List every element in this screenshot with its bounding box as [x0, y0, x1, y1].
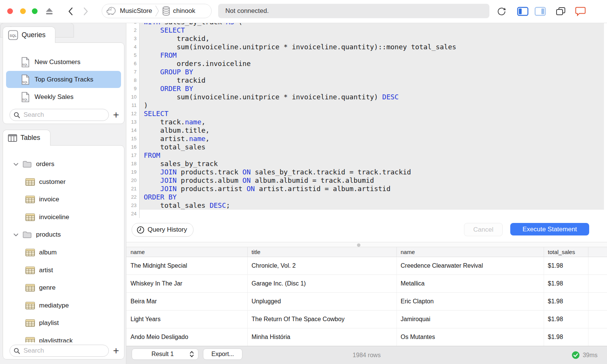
query-history-button[interactable]: Query History [132, 223, 193, 237]
disconnect-eject-button[interactable] [44, 0, 55, 23]
column-header-name[interactable]: name [126, 247, 247, 257]
tree-item-genre[interactable]: genre [3, 279, 124, 297]
tree-item-artist[interactable]: artist [3, 262, 124, 279]
table-cell[interactable]: Os Mutantes [396, 328, 544, 346]
tree-item-album[interactable]: album [3, 244, 124, 261]
table-cell[interactable]: The Return Of The Space Cowboy [247, 311, 396, 328]
close-window-button[interactable] [7, 8, 13, 14]
table-cell[interactable]: Unplugged [247, 293, 396, 310]
table-cell[interactable]: $1.98 [544, 275, 588, 292]
window-tabs-button[interactable] [553, 0, 568, 23]
table-row[interactable]: The Midnight SpecialChronicle, Vol. 2Cre… [126, 257, 607, 275]
table-cell[interactable]: Jamiroquai [396, 311, 544, 328]
code-line[interactable]: 19 JOIN products.track ON sales_by_track… [126, 168, 607, 176]
tables-search-box[interactable] [9, 345, 109, 357]
code-line[interactable]: 15 artist.name, [126, 135, 607, 143]
table-cell[interactable]: Light Years [126, 311, 247, 328]
code-line[interactable]: 24 [126, 210, 607, 218]
back-button[interactable] [65, 0, 76, 23]
tree-item-playlist[interactable]: playlist [3, 314, 124, 332]
toggle-left-sidebar-button[interactable] [515, 0, 530, 23]
table-cell[interactable]: $1.98 [544, 328, 588, 346]
feedback-chat-button[interactable] [573, 0, 588, 23]
sidebar-item-query[interactable]: SQLTop Grossing Tracks [6, 71, 121, 88]
splitter-handle[interactable] [357, 243, 360, 247]
breadcrumb-server[interactable]: MusicStore [106, 6, 152, 16]
column-header-total_sales[interactable]: total_sales [544, 247, 588, 257]
code-lines: 1WITH sales_by_track AS (2 SELECT3 track… [126, 23, 607, 218]
queries-search-box[interactable] [9, 109, 109, 121]
queries-search-input[interactable] [23, 111, 100, 119]
code-line[interactable]: 9 ORDER BY [126, 85, 607, 93]
code-line[interactable]: 14 album.title, [126, 126, 607, 135]
code-line[interactable]: 2 SELECT [126, 26, 607, 35]
code-line[interactable]: 10 sum(invoiceline.unitprice * invoiceli… [126, 93, 607, 101]
tree-item-orders[interactable]: orders [3, 155, 124, 173]
add-query-button[interactable]: + [113, 111, 119, 119]
code-line[interactable]: 18 sales_by_track [126, 160, 607, 168]
code-line[interactable]: 22ORDER BY [126, 193, 607, 201]
minimize-window-button[interactable] [20, 8, 26, 14]
code-line[interactable]: 21 JOIN products.artist ON artist.artist… [126, 185, 607, 193]
code-line[interactable]: 23 total_sales DESC; [126, 201, 607, 210]
table-cell[interactable]: Creedence Clearwater Revival [396, 257, 544, 275]
editor-results-splitter[interactable] [126, 242, 607, 247]
tree-item-mediatype[interactable]: mediatype [3, 297, 124, 314]
code-line[interactable]: 8 trackid [126, 76, 607, 85]
table-cell[interactable]: $1.98 [544, 293, 588, 310]
code-line[interactable]: 12SELECT [126, 110, 607, 118]
table-cell[interactable]: Minha História [247, 328, 396, 346]
cancel-button[interactable]: Cancel [464, 223, 503, 236]
forward-button[interactable] [80, 0, 91, 23]
code-line[interactable]: 20 JOIN products.album ON album.albumid … [126, 176, 607, 185]
table-cell[interactable]: Ando Meio Desligado [126, 328, 247, 346]
add-table-button[interactable]: + [113, 347, 119, 355]
code-line[interactable]: 11) [126, 101, 607, 110]
sidebar-item-query[interactable]: SQLNew Customers [6, 53, 121, 71]
refresh-button[interactable] [495, 0, 508, 23]
sql-editor[interactable]: 1WITH sales_by_track AS (2 SELECT3 track… [126, 23, 607, 242]
table-cell[interactable]: Garage Inc. (Disc 1) [247, 275, 396, 292]
table-cell[interactable]: $1.98 [544, 311, 588, 328]
table-cell[interactable]: Chronicle, Vol. 2 [247, 257, 396, 275]
table-cell[interactable]: $1.98 [544, 257, 588, 275]
tree-item-customer[interactable]: customer [3, 173, 124, 191]
code-line[interactable]: 5 FROM [126, 51, 607, 60]
table-cell[interactable]: Metallica [396, 275, 544, 292]
sidebar-item-query[interactable]: SQLWeekly Sales [6, 88, 121, 105]
execute-statement-button[interactable]: Execute Statement [510, 223, 589, 235]
code-line[interactable]: 1WITH sales_by_track AS ( [126, 23, 607, 26]
code-line[interactable]: 4 sum(invoiceline.unitprice * invoicelin… [126, 43, 607, 51]
table-row[interactable]: Whiskey In The JarGarage Inc. (Disc 1)Me… [126, 275, 607, 293]
line-number: 17 [126, 151, 140, 160]
table-cell[interactable]: Beira Mar [126, 293, 247, 310]
code-line[interactable]: 7 GROUP BY [126, 68, 607, 76]
table-cell[interactable]: The Midnight Special [126, 257, 247, 275]
table-icon [25, 302, 35, 309]
table-row[interactable]: Light YearsThe Return Of The Space Cowbo… [126, 311, 607, 328]
tree-item-label: artist [39, 267, 53, 274]
code-line[interactable]: 13 track.name, [126, 118, 607, 126]
column-header-title[interactable]: title [247, 247, 396, 257]
table-cell[interactable]: Eric Clapton [396, 293, 544, 310]
result-selector[interactable]: Result 1 [132, 348, 198, 360]
toggle-right-sidebar-button[interactable] [533, 0, 548, 23]
tree-item-invoice[interactable]: invoice [3, 191, 124, 208]
tables-search-input[interactable] [23, 347, 100, 355]
code-text: sum(invoiceline.unitprice * invoiceline.… [140, 93, 604, 101]
code-line[interactable]: 6 orders.invoiceline [126, 60, 607, 68]
tab-tables[interactable]: Tables [3, 130, 50, 146]
table-cell[interactable]: Whiskey In The Jar [126, 275, 247, 292]
table-row[interactable]: Ando Meio DesligadoMinha HistóriaOs Muta… [126, 328, 607, 346]
tab-queries[interactable]: SQL Queries [3, 27, 55, 43]
table-row[interactable]: Beira MarUnpluggedEric Clapton$1.98 [126, 293, 607, 311]
zoom-window-button[interactable] [32, 8, 38, 14]
code-line[interactable]: 17FROM [126, 151, 607, 160]
export-button[interactable]: Export... [203, 348, 242, 360]
code-line[interactable]: 16 total_sales [126, 143, 607, 151]
code-line[interactable]: 3 trackid, [126, 35, 607, 43]
tree-item-products[interactable]: products [3, 226, 124, 243]
breadcrumb-database[interactable]: chinook [162, 6, 195, 16]
tree-item-invoiceline[interactable]: invoiceline [3, 209, 124, 226]
column-header-name[interactable]: name [396, 247, 544, 257]
